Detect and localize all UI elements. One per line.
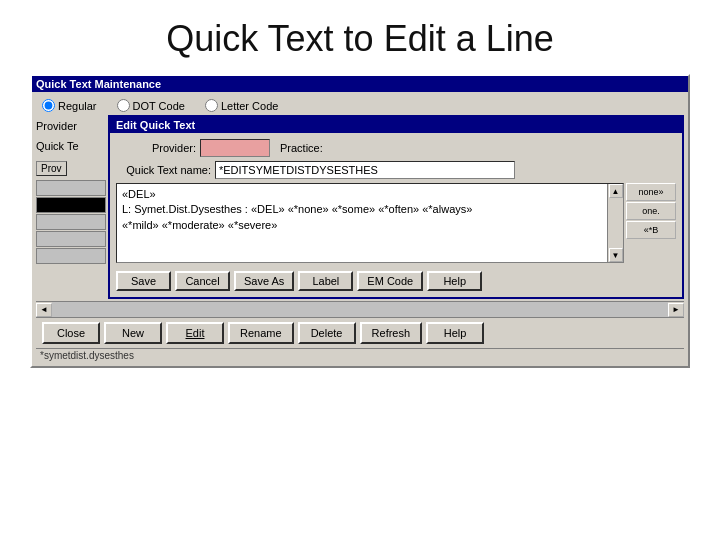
right-btn-2[interactable]: one. xyxy=(626,202,676,220)
practice-field-label: Practice: xyxy=(280,142,323,154)
right-btn-1[interactable]: none» xyxy=(626,183,676,201)
bottom-toolbar: Close New Edit Rename Delete Refresh Hel… xyxy=(36,317,684,348)
radio-row: Regular DOT Code Letter Code xyxy=(36,96,684,115)
status-bar: *symetdist.dysesthes xyxy=(36,348,684,362)
cancel-button[interactable]: Cancel xyxy=(175,271,230,291)
main-window: Quick Text Maintenance Regular DOT Code … xyxy=(30,74,690,368)
right-btn-3[interactable]: «*B xyxy=(626,221,676,239)
scroll-horiz-track[interactable] xyxy=(52,302,668,317)
scroll-left-arrow[interactable]: ◄ xyxy=(36,303,52,317)
text-content-area[interactable]: «DEL» L: Symet.Dist.Dysesthes : «DEL» «*… xyxy=(116,183,624,263)
provider-row: Provider: Practice: xyxy=(116,139,676,157)
scroll-track xyxy=(608,198,623,248)
quicktext-name-row: Quick Text name: xyxy=(116,161,676,179)
edit-dialog: Edit Quick Text Provider: Practice: Quic… xyxy=(108,115,684,299)
close-button[interactable]: Close xyxy=(42,322,100,344)
scroll-down-arrow[interactable]: ▼ xyxy=(609,248,623,262)
scroll-right-arrow[interactable]: ► xyxy=(668,303,684,317)
title-bar: Quick Text Maintenance xyxy=(32,76,688,92)
quicktext-name-field[interactable] xyxy=(215,161,515,179)
text-line-3: «*mild» «*moderate» «*severe» xyxy=(122,218,618,233)
edit-title-bar: Edit Quick Text xyxy=(110,117,682,133)
help-button[interactable]: Help xyxy=(427,271,482,291)
provider-field[interactable] xyxy=(200,139,270,157)
bottom-help-button[interactable]: Help xyxy=(426,322,484,344)
right-buttons-panel: none» one. «*B xyxy=(626,183,676,267)
edit-button[interactable]: Edit xyxy=(166,322,224,344)
refresh-button[interactable]: Refresh xyxy=(360,322,423,344)
scroll-up-arrow[interactable]: ▲ xyxy=(609,184,623,198)
provider-field-label: Provider: xyxy=(116,142,196,154)
new-button[interactable]: New xyxy=(104,322,162,344)
edit-dialog-buttons: Save Cancel Save As Label EM Code Help xyxy=(116,271,676,291)
rename-button[interactable]: Rename xyxy=(228,322,294,344)
radio-regular[interactable]: Regular xyxy=(42,99,97,112)
text-line-1: «DEL» xyxy=(122,187,618,202)
delete-button[interactable]: Delete xyxy=(298,322,356,344)
window-title: Quick Text Maintenance xyxy=(36,78,161,90)
radio-dot-code[interactable]: DOT Code xyxy=(117,99,185,112)
text-line-2: L: Symet.Dist.Dysesthes : «DEL» «*none» … xyxy=(122,202,618,217)
horizontal-scrollbar: ◄ ► xyxy=(36,301,684,317)
save-button[interactable]: Save xyxy=(116,271,171,291)
quicktext-label: Quick Te xyxy=(36,137,106,155)
label-button[interactable]: Label xyxy=(298,271,353,291)
em-code-button[interactable]: EM Code xyxy=(357,271,423,291)
page-title: Quick Text to Edit a Line xyxy=(0,0,720,74)
save-as-button[interactable]: Save As xyxy=(234,271,294,291)
provider-label: Provider xyxy=(36,117,106,135)
radio-letter-code[interactable]: Letter Code xyxy=(205,99,278,112)
prov-button[interactable]: Prov xyxy=(36,161,67,176)
quicktext-name-label: Quick Text name: xyxy=(116,164,211,176)
